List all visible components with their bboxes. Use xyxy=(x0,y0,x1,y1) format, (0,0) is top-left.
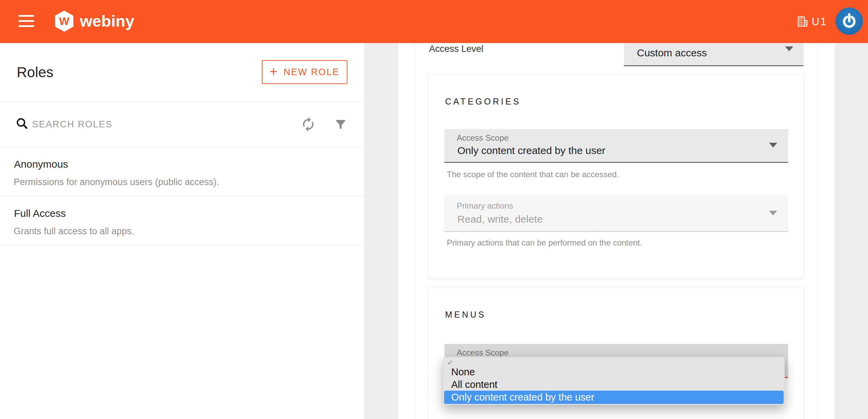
webiny-logo-icon[interactable]: W xyxy=(55,10,74,33)
access-level-label: Access Level xyxy=(429,44,483,54)
app-bar: W webiny U1 xyxy=(0,0,868,43)
role-list-item-anonymous[interactable]: Anonymous Permissions for anonymous user… xyxy=(0,147,364,196)
dropdown-option-none[interactable]: None xyxy=(451,366,475,378)
access-scope-helper: The scope of the content that can be acc… xyxy=(447,170,619,179)
access-level-value: Custom access xyxy=(637,47,707,59)
dropdown-option-all-content[interactable]: All content xyxy=(451,378,497,391)
categories-primary-actions-select: Primary actions Read, write, delete xyxy=(444,195,788,232)
roles-list-panel: Roles + NEW ROLE Anonymous Permissions f… xyxy=(0,43,364,419)
dropdown-arrow-icon xyxy=(769,143,777,148)
tenant-building-icon[interactable] xyxy=(796,15,809,29)
role-description: Permissions for anonymous users (public … xyxy=(14,177,219,187)
dropdown-arrow-icon xyxy=(785,46,793,51)
filter-icon[interactable] xyxy=(334,118,347,131)
role-name: Full Access xyxy=(14,208,66,219)
access-scope-label: Access Scope xyxy=(457,133,509,143)
plus-icon: + xyxy=(270,64,278,79)
user-avatar[interactable] xyxy=(835,7,864,36)
tenant-id-label[interactable]: U1 xyxy=(812,16,827,28)
roles-toolbar: Roles + NEW ROLE xyxy=(0,43,364,102)
new-role-button[interactable]: + NEW ROLE xyxy=(262,60,347,84)
webiny-wordmark: webiny xyxy=(80,12,134,30)
dropdown-option-only-content-created-by-user[interactable]: Only content created by the user xyxy=(444,391,784,404)
dropdown-arrow-icon xyxy=(769,211,777,215)
menus-heading: MENUS xyxy=(445,310,486,320)
search-input[interactable] xyxy=(31,114,244,134)
access-scope-value: Only content created by the user xyxy=(457,145,606,156)
form-sheet-left-edge xyxy=(415,43,415,419)
menu-icon[interactable] xyxy=(18,15,34,28)
refresh-icon[interactable] xyxy=(300,116,316,132)
access-scope-dropdown-menu: ✓ None All content Only content created … xyxy=(443,357,785,405)
role-description: Grants full access to all apps. xyxy=(14,226,134,237)
svg-text:W: W xyxy=(59,15,70,27)
form-sheet-right-edge xyxy=(818,43,818,419)
new-role-button-label: NEW ROLE xyxy=(284,67,340,78)
page-title: Roles xyxy=(17,64,53,81)
primary-actions-helper: Primary actions that can be performed on… xyxy=(447,238,642,248)
categories-heading: CATEGORIES xyxy=(445,97,521,107)
primary-actions-label: Primary actions xyxy=(457,201,513,211)
categories-card: CATEGORIES Access Scope Only content cre… xyxy=(428,74,804,279)
primary-actions-value: Read, write, delete xyxy=(457,213,543,225)
role-list-item-full-access[interactable]: Full Access Grants full access to all ap… xyxy=(0,196,364,246)
roles-search-bar xyxy=(0,101,364,147)
role-name: Anonymous xyxy=(14,158,68,170)
webiny-admin-screen: W webiny U1 xyxy=(0,0,868,419)
access-scope-label: Access Scope xyxy=(457,348,509,358)
search-icon xyxy=(15,116,29,131)
categories-access-scope-select[interactable]: Access Scope Only content created by the… xyxy=(444,129,788,163)
